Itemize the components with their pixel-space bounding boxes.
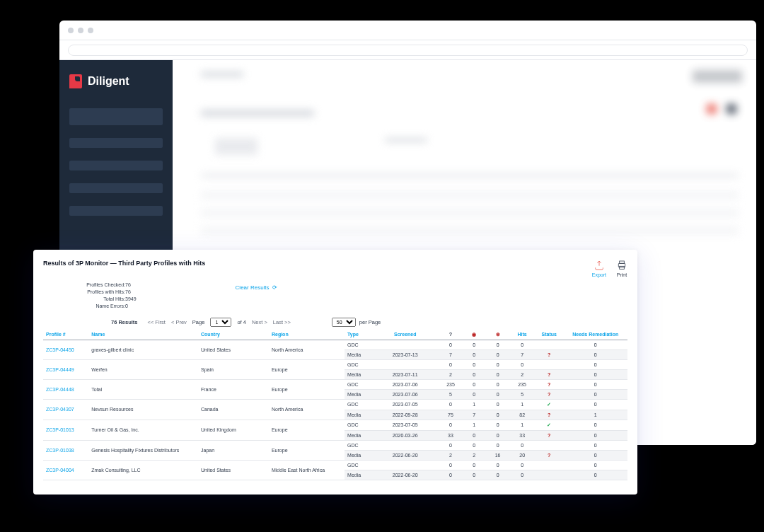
th-question-icon[interactable]: ? xyxy=(439,330,462,340)
page-first[interactable]: << First xyxy=(148,319,166,325)
per-page-label: per Page xyxy=(359,319,381,325)
cell-q: 7 xyxy=(439,349,462,359)
cell-status: ? xyxy=(535,430,563,440)
page-next[interactable]: Next > xyxy=(252,319,267,325)
cell-x: 0 xyxy=(486,410,509,420)
traffic-light-zoom[interactable] xyxy=(88,28,93,33)
cell-type: GDC xyxy=(345,379,371,389)
cell-profile[interactable]: ZC3P-04004 xyxy=(43,460,88,480)
table-row[interactable]: ZC3P-04448TotalFranceEuropeGDC2023-07-06… xyxy=(43,379,627,389)
th-circle-icon[interactable]: ◉ xyxy=(463,330,486,340)
cell-screened: 2022-06-20 xyxy=(371,450,439,460)
cell-remediation: 0 xyxy=(563,450,627,460)
th-remediation[interactable]: Needs Remediation xyxy=(563,330,627,340)
sidebar-item[interactable] xyxy=(69,206,163,216)
cell-country: Japan xyxy=(198,440,269,460)
sidebar-item[interactable] xyxy=(69,161,163,170)
page-last[interactable]: Last >> xyxy=(273,319,291,325)
cell-status: ? xyxy=(535,450,563,460)
page-label: Page xyxy=(192,319,205,325)
th-country[interactable]: Country xyxy=(198,330,269,340)
cell-screened: 2022-06-20 xyxy=(371,470,439,480)
report-title: Results of 3P Monitor — Third Party Prof… xyxy=(43,260,205,267)
cell-profile[interactable]: ZC3P-01013 xyxy=(43,420,88,440)
stat-profiles-checked-label: Profiles Checked: xyxy=(77,282,125,289)
table-row[interactable]: ZC3P-04449WerfenSpainEuropeGDC00000 xyxy=(43,359,627,369)
cell-name: graves-gilbert clinic xyxy=(88,340,198,359)
th-name[interactable]: Name xyxy=(88,330,198,340)
print-button[interactable]: Print xyxy=(616,260,627,277)
cell-country: United Kingdom xyxy=(198,420,269,440)
export-button[interactable]: Export xyxy=(592,260,606,277)
cell-q: 0 xyxy=(439,440,462,450)
cell-q: 33 xyxy=(439,430,462,440)
th-status[interactable]: Status xyxy=(535,330,563,340)
cell-hits: 1 xyxy=(509,420,535,430)
results-table: Profile # Name Country Region Type Scree… xyxy=(43,330,627,480)
cell-type: Media xyxy=(345,410,371,420)
cell-c: 0 xyxy=(463,460,486,470)
per-page-select[interactable]: 50 xyxy=(332,318,356,327)
cell-c: 1 xyxy=(463,420,486,430)
cell-remediation: 0 xyxy=(563,420,627,430)
brand-logo: Diligent xyxy=(69,74,163,88)
cell-profile[interactable]: ZC3P-01038 xyxy=(43,440,88,460)
sidebar-item[interactable] xyxy=(69,138,163,148)
cell-name: Total xyxy=(88,379,198,399)
table-row[interactable]: ZC3P-01038Genesis Hospitality Fixtures D… xyxy=(43,440,627,450)
cell-remediation: 0 xyxy=(563,389,627,399)
cell-c: 2 xyxy=(463,450,486,460)
clear-results-button[interactable]: Clear Results ⟳ xyxy=(236,284,277,291)
cell-status xyxy=(535,340,563,349)
cell-x: 0 xyxy=(486,359,509,369)
stat-profiles-hits: 76 xyxy=(125,289,131,294)
cell-status xyxy=(535,359,563,369)
table-row[interactable]: ZC3P-01013Turner Oil & Gas, Inc.United K… xyxy=(43,420,627,430)
url-bar[interactable] xyxy=(68,45,748,56)
cell-profile[interactable]: ZC3P-04307 xyxy=(43,399,88,420)
export-label: Export xyxy=(592,272,606,277)
traffic-light-minimize[interactable] xyxy=(78,28,83,33)
cell-hits: 82 xyxy=(509,410,535,420)
browser-toolbar xyxy=(59,40,756,60)
traffic-light-close[interactable] xyxy=(68,28,74,33)
cell-q: 0 xyxy=(439,420,462,430)
cell-hits: 1 xyxy=(509,399,535,410)
cell-remediation: 0 xyxy=(563,359,627,369)
table-row[interactable]: ZC3P-04004Zmak Consulting, LLCUnited Sta… xyxy=(43,460,627,470)
th-cross-icon[interactable]: ⊗ xyxy=(486,330,509,340)
brand-name: Diligent xyxy=(88,75,129,88)
th-screened[interactable]: Screened xyxy=(371,330,439,340)
stat-profiles-hits-label: Profiles with Hits: xyxy=(77,289,125,296)
cell-c: 0 xyxy=(463,379,486,389)
sidebar-item[interactable] xyxy=(69,108,163,125)
cell-profile[interactable]: ZC3P-04449 xyxy=(43,359,88,379)
th-type[interactable]: Type xyxy=(345,330,371,340)
cell-name: Nevsun Resources xyxy=(88,399,198,420)
cell-x: 0 xyxy=(486,460,509,470)
cell-hits: 2 xyxy=(509,369,535,379)
cell-status xyxy=(535,470,563,480)
page-prev[interactable]: < Prev xyxy=(171,319,187,325)
th-profile[interactable]: Profile # xyxy=(43,330,88,340)
cell-profile[interactable]: ZC3P-04450 xyxy=(43,340,88,359)
cell-remediation: 0 xyxy=(563,470,627,480)
print-icon xyxy=(616,260,627,271)
cell-x: 0 xyxy=(486,349,509,359)
cell-x: 0 xyxy=(486,369,509,379)
th-hits[interactable]: Hits xyxy=(509,330,535,340)
page-select[interactable]: 1 xyxy=(210,318,231,327)
table-row[interactable]: ZC3P-04307Nevsun ResourcesCanadaNorth Am… xyxy=(43,399,627,410)
cell-remediation: 0 xyxy=(563,399,627,410)
sidebar-item[interactable] xyxy=(69,183,163,193)
clear-icon: ⟳ xyxy=(272,284,277,291)
cell-status: ? xyxy=(535,369,563,379)
table-row[interactable]: ZC3P-04450graves-gilbert clinicUnited St… xyxy=(43,340,627,349)
cell-q: 5 xyxy=(439,389,462,399)
cell-hits: 0 xyxy=(509,470,535,480)
cell-profile[interactable]: ZC3P-04448 xyxy=(43,379,88,399)
cell-c: 7 xyxy=(463,410,486,420)
cell-hits: 7 xyxy=(509,349,535,359)
cell-status: ✓ xyxy=(535,420,563,430)
th-region[interactable]: Region xyxy=(269,330,345,340)
